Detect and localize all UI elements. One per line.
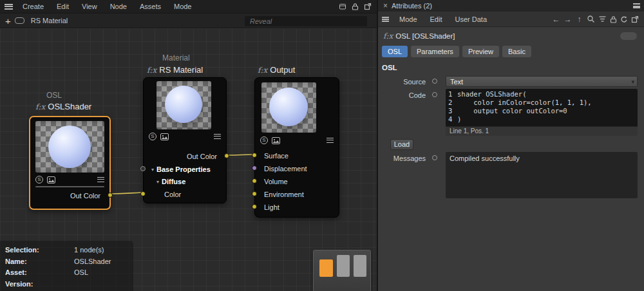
- main-menu-icon[interactable]: [5, 4, 13, 10]
- port-out-color[interactable]: [108, 192, 113, 198]
- code-line: 1shader OSLShader(: [448, 90, 635, 99]
- source-dropdown-value: Text: [450, 78, 463, 86]
- code-label: Code: [378, 91, 426, 99]
- swatch-orange[interactable]: [319, 259, 333, 277]
- port-label-light: Light: [264, 203, 279, 211]
- node-editor-menubar: Create Edit View Node Assets Mode: [0, 0, 377, 13]
- menu-mode[interactable]: Mode: [393, 12, 424, 26]
- tab-parameters[interactable]: Parameters: [411, 46, 459, 57]
- object-header: f:x OSL [OSLShader]: [383, 30, 639, 42]
- code-editor[interactable]: 1shader OSLShader( 2 color inColor=color…: [446, 89, 638, 126]
- node-title-output: f:xOutput: [258, 65, 295, 75]
- add-node-button[interactable]: +: [0, 15, 15, 26]
- port-environment[interactable]: [252, 191, 257, 196]
- image-icon[interactable]: [160, 133, 169, 140]
- close-icon[interactable]: ×: [378, 1, 392, 10]
- window-icon[interactable]: [339, 3, 346, 10]
- port-displacement[interactable]: [252, 165, 257, 171]
- port-color-input[interactable]: [140, 191, 146, 196]
- tab-preview[interactable]: Preview: [462, 46, 499, 57]
- menu-assets[interactable]: Assets: [133, 0, 167, 13]
- group-label-diffuse[interactable]: Diffuse: [162, 178, 185, 185]
- port-label-surface: Surface: [264, 152, 289, 160]
- node-category-label: Material: [162, 53, 190, 62]
- attr-menu-icon[interactable]: [382, 17, 389, 22]
- collapse-arrow-icon[interactable]: ▾: [156, 179, 159, 185]
- filter-icon[interactable]: [598, 15, 607, 23]
- solo-icon[interactable]: S: [260, 136, 268, 144]
- section-header-osl[interactable]: OSL: [382, 64, 397, 71]
- node-rs-material[interactable]: S Out Color ▾ Base Properties ▾ Diffuse: [143, 77, 227, 203]
- port-label-out-color: Out Color: [70, 192, 100, 200]
- lock-icon[interactable]: [352, 3, 359, 10]
- refresh-icon[interactable]: [620, 15, 628, 23]
- port-light[interactable]: [252, 204, 257, 209]
- solo-icon[interactable]: S: [35, 176, 43, 183]
- tab-osl[interactable]: OSL: [382, 46, 408, 57]
- swatch-gray-1[interactable]: [337, 255, 350, 277]
- fx-icon: f:x: [35, 102, 45, 111]
- attributes-header: × Attributes (2): [378, 0, 644, 12]
- panel-title: Attributes (2): [392, 2, 432, 10]
- shader-preview: [35, 121, 104, 173]
- menu-edit[interactable]: Edit: [424, 12, 449, 26]
- node-output[interactable]: S Surface Displacement Volume: [254, 77, 339, 218]
- image-icon[interactable]: [47, 176, 55, 183]
- preview-sphere: [165, 86, 202, 123]
- load-button[interactable]: Load: [390, 139, 413, 150]
- port-label-displacement: Displacement: [264, 165, 307, 173]
- tab-basic[interactable]: Basic: [502, 46, 531, 57]
- info-row-selection: Selection:1 node(s): [5, 245, 133, 256]
- preview-sphere: [269, 88, 308, 126]
- port-label-environment: Environment: [264, 191, 304, 198]
- info-row-name: Name:OSLShader: [5, 256, 133, 268]
- solo-icon[interactable]: S: [149, 133, 156, 140]
- search-icon[interactable]: [587, 15, 595, 23]
- image-icon[interactable]: [272, 137, 280, 144]
- node-menu-icon[interactable]: [214, 134, 221, 139]
- panel-menu-icon[interactable]: [633, 3, 640, 8]
- preview-resize-handle[interactable]: [35, 186, 104, 187]
- messages-label: Messages: [378, 155, 426, 162]
- attributes-panel: × Attributes (2) Mode Edit User Data ← →…: [377, 0, 644, 291]
- popout-icon[interactable]: [364, 3, 372, 10]
- node-shape-icon[interactable]: [15, 17, 24, 24]
- menu-mode[interactable]: Mode: [167, 0, 198, 13]
- fx-icon: f:x: [147, 66, 156, 75]
- node-menu-icon[interactable]: [327, 138, 334, 143]
- source-label: Source: [378, 78, 426, 86]
- node-canvas[interactable]: OSL f:xOSLShader S Out Color: [0, 28, 377, 291]
- port-label-volume: Volume: [264, 178, 288, 185]
- reveal-search-input[interactable]: [245, 16, 367, 26]
- popout-icon[interactable]: [631, 15, 639, 23]
- anim-dot-messages[interactable]: [432, 155, 437, 160]
- color-palette: [314, 250, 370, 291]
- swatch-gray-2[interactable]: [354, 255, 366, 277]
- attributes-menubar: Mode Edit User Data ← → ↑: [378, 12, 644, 27]
- menu-node[interactable]: Node: [104, 0, 133, 13]
- wire-material-to-output: [227, 155, 253, 155]
- anim-dot-code[interactable]: [432, 92, 437, 97]
- forward-icon[interactable]: →: [564, 15, 572, 24]
- node-menu-icon[interactable]: [97, 177, 104, 182]
- menu-view[interactable]: View: [75, 0, 104, 13]
- source-dropdown[interactable]: Text ▾: [446, 76, 638, 87]
- object-title: OSL [OSLShader]: [395, 32, 455, 40]
- app-window: Create Edit View Node Assets Mode + RS M…: [0, 0, 644, 291]
- menu-create[interactable]: Create: [16, 0, 50, 13]
- menu-user-data[interactable]: User Data: [449, 12, 494, 26]
- up-icon[interactable]: ↑: [575, 15, 583, 24]
- back-icon[interactable]: ←: [552, 15, 560, 24]
- group-label-base-properties[interactable]: Base Properties: [156, 165, 211, 173]
- port-base-properties[interactable]: [140, 166, 146, 171]
- preview-pill[interactable]: [620, 32, 637, 40]
- node-oslshader[interactable]: S Out Color: [29, 116, 111, 210]
- port-volume[interactable]: [252, 178, 257, 183]
- code-status-bar: Line 1, Pos. 1: [446, 126, 638, 136]
- anim-dot-source[interactable]: [432, 79, 437, 84]
- lock-icon[interactable]: [610, 15, 617, 23]
- collapse-arrow-icon[interactable]: ▾: [151, 167, 154, 173]
- menu-edit[interactable]: Edit: [50, 0, 75, 13]
- port-out-color[interactable]: [224, 153, 229, 158]
- port-surface[interactable]: [252, 153, 257, 158]
